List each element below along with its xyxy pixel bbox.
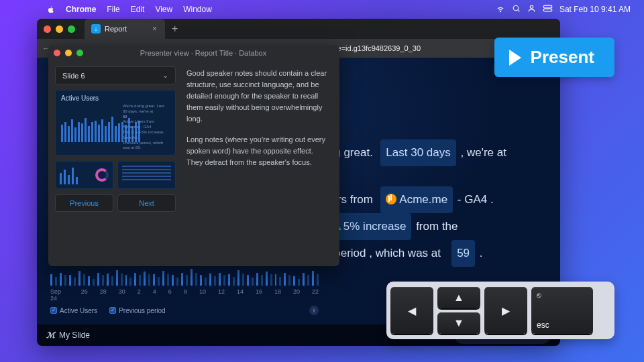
- chart-bars: [50, 268, 319, 286]
- key-right-arrow[interactable]: ▶: [484, 287, 527, 334]
- slide-chart: Sep 24262830246810121416182022 Active Us…: [50, 268, 319, 315]
- thumb-title: Active Users: [61, 95, 170, 102]
- slide-select-dropdown[interactable]: Slide 6 ⌄: [55, 66, 176, 84]
- right-arrow-icon: ▶: [502, 304, 510, 317]
- new-tab-button[interactable]: +: [172, 23, 178, 35]
- thumb-stats: We're doing great. Last 30 days, we're a…: [123, 104, 170, 151]
- token-prev-value[interactable]: 59: [451, 240, 475, 267]
- user-icon[interactable]: [527, 4, 536, 15]
- menubar-clock[interactable]: Sat Feb 10 9:41 AM: [559, 5, 631, 14]
- current-slide-thumbnail[interactable]: Active Users We're doing great. Last 30 …: [55, 90, 176, 156]
- chevron-down-icon: ⌄: [162, 71, 168, 80]
- fullscreen-window-icon[interactable]: [68, 25, 75, 33]
- close-tab-icon[interactable]: ×: [152, 24, 157, 34]
- key-escape[interactable]: ⎋ esc: [531, 287, 593, 334]
- menubar-item-window[interactable]: Window: [183, 5, 212, 14]
- slide-text-frag: - GA4: [454, 193, 487, 206]
- left-arrow-icon: ◀: [408, 304, 416, 317]
- wifi-icon[interactable]: [496, 4, 505, 15]
- next-slide-button[interactable]: Next: [117, 194, 176, 212]
- token-date-range[interactable]: Last 30 days: [380, 139, 455, 166]
- browser-tabstrip: ↓ Report × +: [37, 19, 560, 39]
- menubar-item-file[interactable]: File: [107, 5, 119, 14]
- token-data-source[interactable]: Acme.me: [380, 186, 453, 213]
- slide-body-text: ing great. Last 30 days , we're at sers …: [325, 139, 540, 267]
- ga-icon: [386, 194, 396, 204]
- next-slide-thumbnail[interactable]: [117, 161, 176, 189]
- slide-name-label: My Slide: [59, 330, 90, 340]
- info-icon[interactable]: i: [309, 306, 319, 315]
- slide-select-value: Slide 6: [62, 72, 85, 80]
- up-arrow-icon: ▲: [453, 292, 464, 304]
- play-icon: [509, 50, 521, 66]
- present-button[interactable]: Present: [494, 38, 614, 77]
- svg-point-1: [513, 5, 519, 11]
- address-bar-fragment[interactable]: ide=id.g13fc9482639_0_30: [331, 44, 421, 52]
- apple-logo-icon: [47, 5, 55, 13]
- svg-rect-5: [543, 9, 552, 11]
- slide-text-frag: , which was at: [369, 247, 441, 259]
- prev-slide-thumbnail[interactable]: [55, 161, 113, 189]
- svg-line-2: [518, 10, 520, 12]
- minimize-icon[interactable]: [65, 50, 72, 56]
- previous-slide-button[interactable]: Previous: [55, 194, 113, 212]
- macos-menubar: Chrome File Edit View Window Sat Feb 10 …: [0, 0, 644, 19]
- key-left-arrow[interactable]: ◀: [390, 287, 433, 334]
- svg-rect-4: [543, 5, 552, 8]
- browser-tab[interactable]: ↓ Report ×: [85, 19, 165, 39]
- close-icon[interactable]: [54, 50, 60, 56]
- presenter-view-window: Presenter view · Report Title · Databox …: [48, 45, 339, 266]
- present-button-label: Present: [531, 47, 594, 68]
- speaker-notes: Good speaker notes should contain a clea…: [182, 61, 339, 266]
- menubar-item-edit[interactable]: Edit: [131, 5, 145, 14]
- key-escape-label: esc: [537, 320, 549, 330]
- window-controls[interactable]: [44, 25, 75, 33]
- slide-text-frag: from the: [416, 220, 458, 233]
- tab-title: Report: [105, 25, 127, 33]
- legend-previous-period[interactable]: Previous period: [109, 307, 165, 314]
- key-down-arrow[interactable]: ▼: [437, 312, 480, 334]
- tab-favicon-icon: ↓: [91, 24, 101, 34]
- down-arrow-icon: ▼: [453, 317, 464, 329]
- close-window-icon[interactable]: [44, 25, 51, 33]
- legend-active-users[interactable]: Active Users: [50, 307, 97, 314]
- donut-icon: [95, 168, 109, 182]
- svg-point-0: [500, 11, 500, 11]
- control-center-icon[interactable]: [543, 4, 553, 15]
- slide-text-frag: .: [490, 193, 494, 206]
- minimize-window-icon[interactable]: [56, 25, 63, 33]
- menubar-item-view[interactable]: View: [155, 5, 172, 14]
- brand-label: ℳ My Slide: [46, 330, 90, 340]
- escape-icon: ⎋: [537, 291, 541, 299]
- search-icon[interactable]: [512, 4, 521, 15]
- keyboard-overlay: ◀ ▲ ▼ ▶ ⎋ esc: [386, 282, 614, 339]
- chart-x-ticks: Sep 24262830246810121416182022: [50, 288, 319, 302]
- key-up-arrow[interactable]: ▲: [437, 287, 480, 308]
- slide-text-frag: .: [480, 247, 483, 259]
- menubar-app-name[interactable]: Chrome: [66, 5, 96, 14]
- svg-point-3: [530, 5, 533, 8]
- speaker-notes-para: Long notes (where you're writing out eve…: [186, 134, 330, 168]
- slide-text-frag: , we're at: [460, 146, 506, 159]
- speaker-notes-para: Good speaker notes should contain a clea…: [186, 68, 330, 125]
- presenter-window-title: Presenter view · Report Title · Databox: [72, 49, 334, 57]
- brand-logo-icon: ℳ: [46, 330, 55, 340]
